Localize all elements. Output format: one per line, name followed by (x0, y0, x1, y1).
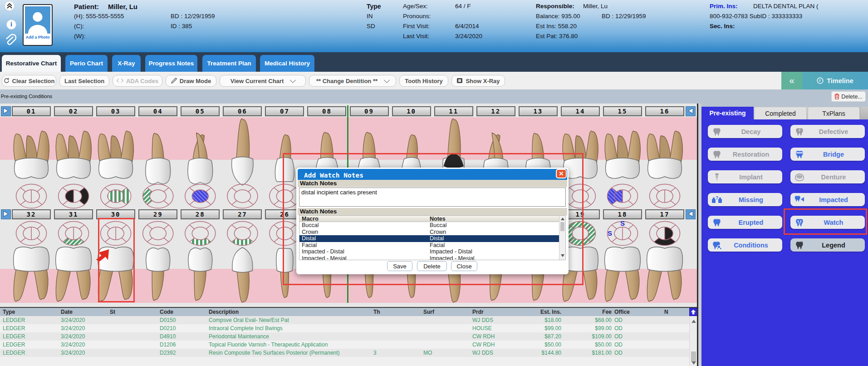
column-prdr: Prdr (472, 309, 484, 315)
ledger-row[interactable]: LEDGER3/24/2020D1206Topical Fluoride Var… (0, 341, 689, 349)
info-icon[interactable]: i (6, 20, 16, 30)
lower-next-button[interactable] (686, 209, 696, 219)
scrollbar-thumb[interactable] (691, 351, 696, 361)
tooth-number-18[interactable]: 18 (603, 209, 642, 219)
tooth-icon (708, 127, 726, 136)
toolbar-tooth-history-button[interactable]: Tooth History (399, 75, 448, 87)
type-in: IN (367, 13, 373, 20)
tooth-number-12[interactable]: 12 (476, 106, 515, 116)
sidebar-erupted-button[interactable]: Erupted (708, 216, 782, 229)
tab-progress-notes[interactable]: Progress Notes (145, 55, 197, 72)
code-icon (117, 78, 123, 84)
tooth-number-28[interactable]: 28 (181, 209, 220, 219)
tooth-number-31[interactable]: 31 (54, 209, 93, 219)
ledger-expand-button[interactable] (689, 308, 697, 316)
svg-text:?: ? (799, 129, 801, 133)
tab-restorative-chart[interactable]: Restorative Chart (2, 55, 61, 72)
timeline-button[interactable]: Timeline (802, 72, 868, 89)
sidebar-bridge-button[interactable]: Bridge (790, 148, 865, 161)
ledger-row[interactable]: LEDGER3/24/2020D2392Resin Composite Two … (0, 349, 689, 357)
sidebar-tab-completed[interactable]: Completed (754, 107, 807, 119)
tooth-number-17[interactable]: 17 (645, 209, 684, 219)
sidebar-implant-button[interactable]: Implant (708, 170, 782, 183)
column-st: St (110, 309, 115, 315)
tooth30-arrow (95, 246, 119, 264)
sidebar-defective-button[interactable]: ?Defective (790, 125, 865, 138)
tooth-number-15[interactable]: 15 (603, 106, 642, 116)
conditions-sidebar: Pre-existingCompletedTxPlans Decay?Defec… (701, 107, 868, 366)
sidebar-tab-txplans[interactable]: TxPlans (808, 107, 860, 119)
tooth-number-16[interactable]: 16 (645, 106, 684, 116)
tooth-number-29[interactable]: 29 (138, 209, 177, 219)
paperclip-icon[interactable] (4, 34, 16, 49)
sidebar-tab-pre-existing[interactable]: Pre-existing (701, 107, 754, 119)
column-description: Description (209, 309, 239, 315)
tooth-number-27[interactable]: 27 (223, 209, 262, 219)
column-th: Th (373, 309, 380, 315)
tab-medical-history[interactable]: Medical History (260, 55, 314, 72)
sidebar-conditions-button[interactable]: Conditions (708, 238, 782, 252)
tooth-number-32[interactable]: 32 (12, 209, 51, 219)
scroll-up-icon (691, 320, 696, 323)
tooth-number-08[interactable]: 08 (307, 106, 346, 116)
tooth-number-03[interactable]: 03 (96, 106, 135, 116)
responsible-label: Responsible: (536, 3, 574, 10)
last-visit-label: Last Visit: (403, 33, 429, 40)
ledger-row[interactable]: LEDGER3/24/2020D0210Intraoral Complete I… (0, 324, 689, 332)
tooth-number-04[interactable]: 04 (138, 106, 177, 116)
tooth-number-13[interactable]: 13 (519, 106, 558, 116)
tab-x-ray[interactable]: X-Ray (112, 55, 141, 72)
sidebar-impacted-button[interactable]: Impacted (790, 193, 865, 206)
up-arrow-icon (691, 309, 696, 315)
chart-right-gap (698, 104, 701, 366)
sidebar-legend-button[interactable]: Legend (790, 238, 865, 252)
toolbar-draw-mode-button[interactable]: Draw Mode (166, 75, 216, 87)
toolbar-last-selection-button[interactable]: Last Selection (59, 75, 109, 87)
ledger-row[interactable]: LEDGER3/24/2020D4910Periodontal Maintena… (0, 332, 689, 341)
ledger-header-row: TypeDateStCodeDescriptionThSurfPrdrEst. … (0, 308, 689, 316)
sidebar-decay-button[interactable]: Decay (708, 125, 782, 138)
sidebar-tab-overflow (860, 107, 868, 119)
responsible-value: Miller, Lu (583, 3, 608, 10)
toolbar-change-dentition-button[interactable]: ** Change Dentition ** (309, 75, 396, 87)
patient-avatar-placeholder (25, 6, 50, 34)
prim-ins-label: Prim. Ins: (710, 3, 738, 10)
toolbar-clear-selection-button[interactable]: Clear Selection (2, 75, 56, 87)
sidebar-restoration-button[interactable]: Restoration (708, 148, 782, 161)
upper-next-button[interactable] (686, 106, 696, 116)
scroll-down-icon (691, 361, 696, 365)
tooth-number-14[interactable]: 14 (561, 106, 600, 116)
tooth-number-11[interactable]: 11 (434, 106, 473, 116)
add-photo-button[interactable]: Add a Photo (23, 4, 53, 46)
trash-icon (834, 94, 839, 99)
delete-button[interactable]: Delete... (831, 91, 866, 102)
toolbar-view-current-chart-button[interactable]: View Current Chart (220, 75, 306, 87)
toolbar-show-x-ray-button[interactable]: Show X-Ray (451, 75, 505, 87)
tooth-number-07[interactable]: 07 (265, 106, 304, 116)
sidebar-denture-button[interactable]: Denture (790, 170, 865, 183)
tooth-number-05[interactable]: 05 (181, 106, 220, 116)
tab-treatment-plan[interactable]: Treatment Plan (202, 55, 256, 72)
ledger-scrollbar[interactable] (689, 316, 697, 366)
toolbar-ada-codes-button[interactable]: ADA Codes (113, 75, 162, 87)
prim-ins-line2: 800-932-0783 SubID : 333333333 (710, 13, 802, 20)
chevron-down-icon (290, 77, 296, 83)
tab-perio-chart[interactable]: Perio Chart (65, 55, 108, 72)
sidebar-missing-button[interactable]: ?Missing (708, 193, 782, 206)
collapse-header-icon[interactable] (5, 1, 15, 11)
tooth-number-10[interactable]: 10 (392, 106, 431, 116)
tooth-number-06[interactable]: 06 (223, 106, 262, 116)
lower-prev-button[interactable] (1, 209, 11, 219)
balance: Balance: 935.00 (536, 13, 580, 20)
column-n: N (664, 309, 668, 315)
refresh-icon (4, 78, 10, 84)
collapse-panel-button[interactable]: « (781, 72, 802, 89)
tooth-number-09[interactable]: 09 (350, 106, 389, 116)
pronouns-label: Pronouns: (403, 13, 431, 20)
tooth-number-02[interactable]: 02 (54, 106, 93, 116)
conditions-icon (708, 241, 726, 250)
upper-prev-button[interactable] (1, 106, 11, 116)
ledger-row[interactable]: LEDGER3/24/2020D0150Compsve Oral Eval- N… (0, 316, 689, 324)
column-estins: Est. Ins. (540, 309, 561, 315)
tooth-number-01[interactable]: 01 (12, 106, 51, 116)
